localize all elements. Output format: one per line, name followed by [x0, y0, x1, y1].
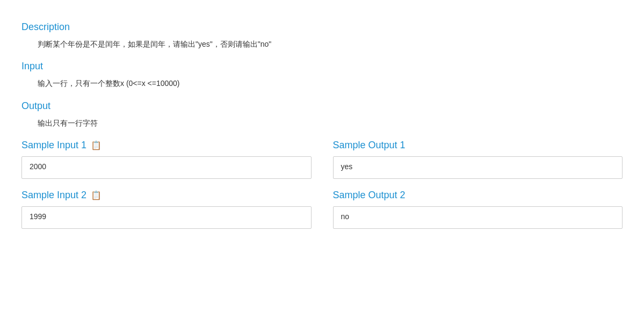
input-content: 输入一行，只有一个整数x (0<=x <=10000) — [38, 77, 623, 89]
samples-grid: Sample Input 1 📋 2000 Sample Output 1 ye… — [21, 140, 623, 240]
sample-input-section-1: Sample Input 1 📋 2000 — [21, 140, 312, 179]
output-content: 输出只有一行字符 — [38, 117, 623, 129]
sample-input-title-2: Sample Input 2 📋 — [21, 190, 312, 201]
sample-output-section-1: Sample Output 1 yes — [333, 140, 623, 179]
sample-output-box-2: no — [333, 206, 623, 229]
sample-input-section-2: Sample Input 2 📋 1999 — [21, 190, 312, 229]
description-content: 判断某个年份是不是闰年，如果是闰年，请输出"yes"，否则请输出"no" — [38, 38, 623, 50]
sample-input-title-1: Sample Input 1 📋 — [21, 140, 312, 151]
sample-input-box-1: 2000 — [21, 156, 312, 179]
description-title: Description — [21, 21, 623, 33]
sample-input-box-2: 1999 — [21, 206, 312, 229]
sample-output-title-1: Sample Output 1 — [333, 140, 623, 151]
copy-input-icon-2[interactable]: 📋 — [91, 190, 102, 200]
description-section: Description 判断某个年份是不是闰年，如果是闰年，请输出"yes"，否… — [21, 21, 623, 50]
sample-output-title-2: Sample Output 2 — [333, 190, 623, 201]
input-title: Input — [21, 61, 623, 72]
output-section: Output 输出只有一行字符 — [21, 100, 623, 129]
sample-output-box-1: yes — [333, 156, 623, 179]
output-title: Output — [21, 100, 623, 112]
copy-input-icon-1[interactable]: 📋 — [91, 140, 102, 150]
sample-output-section-2: Sample Output 2 no — [333, 190, 623, 229]
input-section: Input 输入一行，只有一个整数x (0<=x <=10000) — [21, 61, 623, 89]
